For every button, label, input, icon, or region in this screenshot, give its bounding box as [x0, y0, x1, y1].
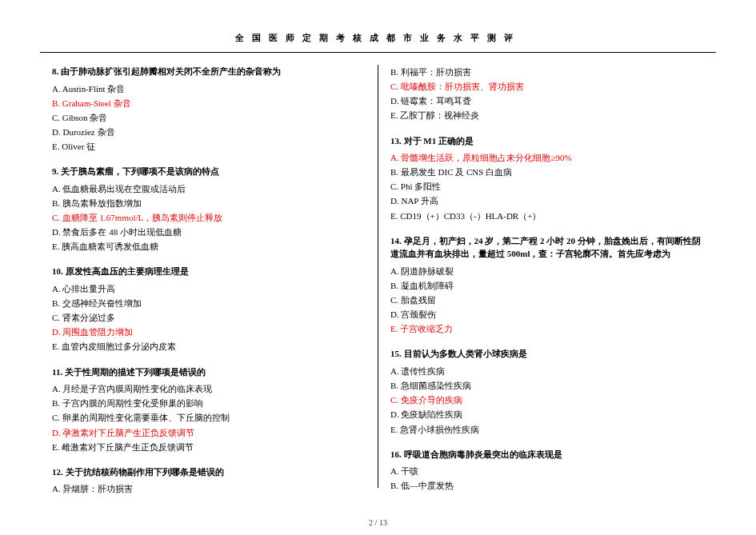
question-stem: 16. 呼吸道合胞病毒肺炎最突出的临床表现是 — [390, 448, 704, 461]
question-option: A. 月经是子宫内膜周期性变化的临床表现 — [52, 381, 366, 396]
question-option: C. Gibson 杂音 — [52, 110, 366, 125]
question-option: D. 禁食后多在 48 小时出现低血糖 — [52, 225, 366, 239]
question-option: C. 卵巢的周期性变化需要垂体、下丘脑的控制 — [52, 410, 366, 425]
question-option: C. 吡嗪酰胺：肝功损害、肾功损害 — [390, 79, 704, 94]
page-number: 2 / 13 — [0, 518, 756, 527]
question-option: A. 心排出量升高 — [52, 281, 366, 296]
question-option: C. 免疫介导的疾病 — [390, 393, 704, 407]
question-block: 10. 原发性高血压的主要病理生理是A. 心排出量升高B. 交感神经兴奋性增加C… — [52, 265, 366, 353]
question-block: 14. 孕足月，初产妇，24 岁，第二产程 2 小时 20 分钟，胎盘娩出后，有… — [390, 234, 704, 337]
question-option: B. 利福平：肝功损害 — [390, 65, 704, 79]
question-option: B. 胰岛素释放指数增加 — [52, 196, 366, 210]
question-block: 16. 呼吸道合胞病毒肺炎最突出的临床表现是A. 干咳B. 低—中度发热 — [390, 448, 704, 493]
question-option: A. 遗传性疾病 — [390, 364, 704, 378]
question-option: E. 胰高血糖素可诱发低血糖 — [52, 239, 366, 254]
question-stem: 11. 关于性周期的描述下列哪项是错误的 — [52, 365, 366, 379]
question-option: E. Oliver 征 — [52, 139, 366, 154]
question-option: B. 急细菌感染性疾病 — [390, 378, 704, 393]
question-block: 12. 关于抗结核药物副作用下列哪条是错误的A. 异烟肼：肝功损害 — [52, 465, 366, 497]
question-stem: 10. 原发性高血压的主要病理生理是 — [52, 265, 366, 278]
page-header: 全国医师定期考核成都市业务水平测评 — [40, 32, 716, 53]
question-block: 8. 由于肺动脉扩张引起肺瓣相对关闭不全所产生的杂音称为A. Austin-Fl… — [52, 65, 366, 154]
question-option: E. 血管内皮细胞过多分泌内皮素 — [52, 339, 366, 353]
left-column: 8. 由于肺动脉扩张引起肺瓣相对关闭不全所产生的杂音称为A. Austin-Fl… — [40, 65, 378, 488]
question-stem: 9. 关于胰岛素瘤，下列哪项不是该病的特点 — [52, 165, 366, 178]
question-block: 9. 关于胰岛素瘤，下列哪项不是该病的特点A. 低血糖最易出现在空腹或活动后B.… — [52, 165, 366, 254]
question-option: B. 凝血机制障碍 — [390, 278, 704, 293]
question-stem: 13. 对于 M1 正确的是 — [390, 134, 704, 148]
question-option: C. 胎盘残留 — [390, 293, 704, 307]
question-option: D. NAP 升高 — [390, 194, 704, 208]
question-option: A. 阴道静脉破裂 — [390, 264, 704, 278]
content-area: 8. 由于肺动脉扩张引起肺瓣相对关闭不全所产生的杂音称为A. Austin-Fl… — [40, 65, 716, 488]
question-stem: 14. 孕足月，初产妇，24 岁，第二产程 2 小时 20 分钟，胎盘娩出后，有… — [390, 234, 704, 261]
question-block: 15. 目前认为多数人类肾小球疾病是A. 遗传性疾病B. 急细菌感染性疾病C. … — [390, 347, 704, 436]
question-option: B. 交感神经兴奋性增加 — [52, 296, 366, 310]
question-block: 13. 对于 M1 正确的是A. 骨髓增生活跃，原粒细胞占未分化细胞≥90%B.… — [390, 134, 704, 223]
question-option: A. Austin-Flint 杂音 — [52, 82, 366, 96]
question-option: E. 急肾小球损伤性疾病 — [390, 422, 704, 437]
question-option: B. Graham-Steel 杂音 — [52, 96, 366, 110]
question-option: E. 乙胺丁醇：视神经炎 — [390, 108, 704, 122]
question-stem: 8. 由于肺动脉扩张引起肺瓣相对关闭不全所产生的杂音称为 — [52, 65, 366, 78]
question-option: C. 肾素分泌过多 — [52, 310, 366, 325]
question-block: B. 利福平：肝功损害C. 吡嗪酰胺：肝功损害、肾功损害D. 链霉素：耳鸣耳聋E… — [390, 65, 704, 123]
question-option: D. 周围血管阻力增加 — [52, 325, 366, 339]
question-option: E. 子宫收缩乏力 — [390, 321, 704, 336]
question-option: C. Phi 多阳性 — [390, 179, 704, 194]
question-option: B. 子宫内膜的周期性变化受卵巢的影响 — [52, 396, 366, 410]
question-option: E. 雌激素对下丘脑产生正负反馈调节 — [52, 440, 366, 454]
question-stem: 12. 关于抗结核药物副作用下列哪条是错误的 — [52, 465, 366, 479]
question-option: D. 免疫缺陷性疾病 — [390, 407, 704, 421]
question-option: A. 干咳 — [390, 464, 704, 478]
question-block: 11. 关于性周期的描述下列哪项是错误的A. 月经是子宫内膜周期性变化的临床表现… — [52, 365, 366, 454]
question-option: A. 异烟肼：肝功损害 — [52, 481, 366, 496]
question-option: D. 链霉素：耳鸣耳聋 — [390, 94, 704, 108]
question-option: C. 血糖降至 1.67mmol/L，胰岛素则停止释放 — [52, 210, 366, 225]
question-option: E. CD19（+）CD33（-）HLA-DR（+） — [390, 209, 704, 223]
right-column: B. 利福平：肝功损害C. 吡嗪酰胺：肝功损害、肾功损害D. 链霉素：耳鸣耳聋E… — [378, 65, 716, 488]
question-option: D. 孕激素对下丘脑产生正负反馈调节 — [52, 425, 366, 440]
question-option: A. 低血糖最易出现在空腹或活动后 — [52, 182, 366, 196]
question-option: B. 最易发生 DIC 及 CNS 白血病 — [390, 165, 704, 179]
question-option: B. 低—中度发热 — [390, 478, 704, 493]
question-stem: 15. 目前认为多数人类肾小球疾病是 — [390, 347, 704, 361]
question-option: A. 骨髓增生活跃，原粒细胞占未分化细胞≥90% — [390, 150, 704, 165]
question-option: D. Duroziez 杂音 — [52, 125, 366, 139]
question-option: D. 宫颈裂伤 — [390, 307, 704, 321]
